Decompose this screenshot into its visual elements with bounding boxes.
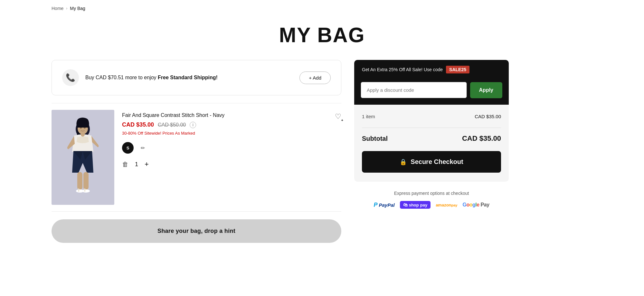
price-original: CAD $50.00	[158, 122, 186, 128]
svg-rect-4	[77, 172, 82, 190]
shoppay-icon: 🛍	[403, 202, 408, 207]
paypal-text: PayPal	[379, 202, 394, 208]
sale-badge: 30-80% Off Sitewide! Prices As Marked	[122, 131, 327, 136]
shipping-text: Buy CAD $70.51 more to enjoy Free Standa…	[85, 75, 218, 81]
paypal-badge: P PayPal	[374, 202, 394, 208]
gpay-o1: o	[466, 202, 469, 207]
breadcrumb: Home › My Bag	[0, 0, 644, 17]
left-column: 📞 Buy CAD $70.51 more to enjoy Free Stan…	[52, 60, 341, 243]
wishlist-icon: ♡	[335, 112, 341, 120]
subtotal-value: CAD $35.00	[462, 134, 501, 143]
gpay-g: G	[463, 202, 467, 207]
product-card: Fair And Square Contrast Stitch Short - …	[52, 103, 341, 212]
order-summary: 1 item CAD $35.00 Subtotal CAD $35.00 🔒 …	[354, 105, 509, 182]
price-row: CAD $35.00 CAD $50.00 i	[122, 121, 327, 128]
breadcrumb-home[interactable]: Home	[52, 6, 63, 11]
item-count-label: 1 item	[362, 114, 375, 119]
edit-icon[interactable]: ✏	[138, 143, 147, 152]
product-details: Fair And Square Contrast Stitch Short - …	[122, 110, 327, 168]
svg-rect-5	[83, 172, 89, 190]
product-image	[52, 110, 114, 205]
checkout-button[interactable]: 🔒 Secure Checkout	[362, 151, 501, 173]
variant-row: S ✏	[122, 142, 327, 154]
breadcrumb-separator: ›	[66, 6, 67, 11]
promo-text: Get An Extra 25% Off All Sale! Use code	[362, 67, 443, 72]
paypal-p-icon: P	[374, 202, 377, 208]
page-title-section: MY BAG	[0, 17, 644, 60]
subtotal-label: Subtotal	[362, 135, 388, 142]
gpay-badge: Google Pay	[463, 202, 489, 208]
promo-banner: Get An Extra 25% Off All Sale! Use code …	[354, 60, 509, 78]
amazon-pay-text: amazonpay	[436, 203, 457, 207]
item-count-row: 1 item CAD $35.00	[362, 114, 501, 119]
phone-icon-wrap: 📞	[62, 69, 79, 86]
discount-input[interactable]	[361, 82, 467, 98]
wishlist-plus-icon: +	[341, 118, 343, 122]
main-layout: 📞 Buy CAD $70.51 more to enjoy Free Stan…	[0, 60, 644, 262]
price-sale: CAD $35.00	[122, 121, 154, 128]
quantity-display: 1	[135, 161, 138, 168]
shoppay-pay-text: pay	[420, 203, 427, 207]
add-button[interactable]: + Add	[299, 72, 331, 84]
lock-icon: 🔒	[400, 158, 407, 166]
gpay-e: e	[477, 202, 479, 207]
increase-quantity-icon[interactable]: +	[145, 160, 149, 168]
svg-rect-9	[84, 188, 85, 192]
payment-methods: P PayPal 🛍 shop pay amazonpay G	[354, 201, 509, 209]
svg-rect-8	[78, 188, 79, 192]
product-name: Fair And Square Contrast Stitch Short - …	[122, 112, 327, 118]
amazonpay-badge: amazonpay	[436, 203, 457, 207]
quantity-row: 🗑 1 +	[122, 160, 327, 168]
shipping-info: 📞 Buy CAD $70.51 more to enjoy Free Stan…	[62, 69, 218, 86]
shipping-amount: Buy CAD $70.51 more to enjoy	[85, 75, 156, 80]
share-bag-button[interactable]: Share your bag, drop a hint	[52, 219, 341, 243]
gpay-pay: Pay	[479, 202, 489, 207]
gpay-o2: o	[469, 202, 472, 207]
express-label: Express payment options at checkout	[354, 191, 509, 196]
phone-icon: 📞	[66, 73, 75, 82]
item-price-value: CAD $35.00	[475, 114, 501, 119]
gpay-g2: g	[472, 202, 475, 207]
svg-point-7	[82, 189, 90, 193]
shoppay-badge: 🛍 shop pay	[400, 201, 431, 209]
promo-code: SALE25	[446, 66, 469, 73]
delete-icon[interactable]: 🗑	[122, 161, 128, 168]
page-title: MY BAG	[0, 23, 644, 47]
subtotal-row: Subtotal CAD $35.00	[362, 134, 501, 143]
shipping-offer: Free Standard Shipping!	[158, 75, 218, 80]
discount-section: Apply	[354, 78, 509, 105]
shoppay-text: shop	[409, 203, 419, 207]
right-column: Get An Extra 25% Off All Sale! Use code …	[354, 60, 509, 209]
shipping-banner: 📞 Buy CAD $70.51 more to enjoy Free Stan…	[52, 60, 341, 95]
breadcrumb-current: My Bag	[70, 6, 85, 11]
checkout-label: Secure Checkout	[411, 158, 463, 166]
price-info-icon[interactable]: i	[190, 122, 196, 128]
summary-divider	[362, 128, 501, 128]
size-circle: S	[122, 142, 134, 154]
wishlist-button[interactable]: ♡ +	[335, 112, 341, 121]
product-card-right: ♡ +	[335, 110, 341, 121]
express-section: Express payment options at checkout P Pa…	[354, 182, 509, 209]
apply-button[interactable]: Apply	[470, 82, 502, 98]
